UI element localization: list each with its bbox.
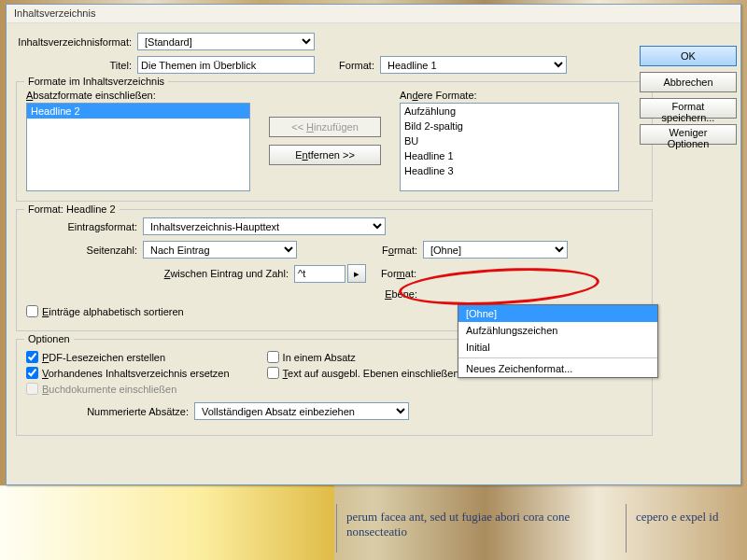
char-format-dropdown[interactable]: [Ohne] Aufzählungszeichen Initial Neues … xyxy=(458,304,658,378)
list-item[interactable]: Headline 1 xyxy=(401,148,618,163)
dropdown-option[interactable]: Initial xyxy=(458,339,657,356)
include-formats-listbox[interactable]: Headline 2 xyxy=(26,103,250,191)
remove-button[interactable]: Entfernen >> xyxy=(269,145,381,165)
charfmt-select[interactable]: [Ohne] xyxy=(423,241,568,259)
toc-format-label: Inhaltsverzeichnisformat: xyxy=(16,36,137,48)
pagenum-select[interactable]: Nach Eintrag xyxy=(143,241,297,259)
entry-format-select[interactable]: Inhaltsverzeichnis-Haupttext xyxy=(143,217,386,235)
ok-button[interactable]: OK xyxy=(640,46,737,66)
list-item[interactable]: Headline 2 xyxy=(27,104,249,119)
dropdown-option[interactable]: [Ohne] xyxy=(458,305,657,322)
list-item[interactable]: BU xyxy=(401,133,618,148)
toc-dialog: Inhaltsverzeichnis Inhaltsverzeichnisfor… xyxy=(6,4,741,485)
dropdown-separator xyxy=(458,357,657,358)
one-paragraph-label: In einem Absatz xyxy=(283,352,356,363)
charfmt-label: Format: xyxy=(297,245,423,256)
other-formats-listbox[interactable]: Aufzählung Bild 2-spaltig BU Headline 1 … xyxy=(400,103,619,191)
bookdocs-label: Buchdokumente einschließen xyxy=(42,384,176,395)
hidden-layers-checkbox[interactable] xyxy=(267,367,279,379)
pdf-bookmarks-label: PDF-Lesezeichen erstellen xyxy=(42,352,165,363)
cancel-button[interactable]: Abbrechen xyxy=(640,72,737,92)
bg-col-b: cepero e expel id xyxy=(626,504,738,553)
dropdown-option[interactable]: Aufzählungszeichen xyxy=(458,322,657,339)
between-input[interactable] xyxy=(294,265,345,283)
list-item[interactable]: Aufzählung xyxy=(401,104,618,119)
other-formats-section: Andere Formate: Aufzählung Bild 2-spalti… xyxy=(400,90,619,191)
numbered-paras-label: Nummerierte Absätze: xyxy=(26,406,194,417)
level-label: Ebene: xyxy=(26,288,423,300)
sort-alpha-label: Einträge alphabetisch sortieren xyxy=(42,306,184,317)
include-formats-section: Absatzformate einschließen: Headline 2 xyxy=(26,90,250,191)
formats-legend: Formate im Inhaltsverzeichnis xyxy=(24,76,168,87)
fewer-options-button[interactable]: Weniger Optionen xyxy=(640,124,737,145)
list-item[interactable]: Headline 3 xyxy=(401,163,618,178)
pagenum-label: Seitenzahl: xyxy=(26,245,143,256)
pdf-bookmarks-checkbox[interactable] xyxy=(26,351,38,363)
dialog-title: Inhaltsverzeichnis xyxy=(7,5,740,23)
format-select[interactable]: Headline 1 xyxy=(380,56,567,74)
background-card xyxy=(0,485,334,560)
list-item[interactable]: Bild 2-spaltig xyxy=(401,119,618,133)
bg-col-a: perum facea ant, sed ut fugiae abori cor… xyxy=(336,504,626,553)
title-label: Titel: xyxy=(16,60,137,71)
add-button: << Hinzufügen xyxy=(269,117,381,137)
include-formats-label: Absatzformate einschließen: xyxy=(26,90,250,101)
formats-fieldset: Formate im Inhaltsverzeichnis Absatzform… xyxy=(16,81,653,202)
format-label: Format: xyxy=(315,60,380,71)
options-legend: Optionen xyxy=(24,333,74,344)
toc-format-select[interactable]: [Standard] xyxy=(137,33,315,50)
sort-alpha-checkbox[interactable] xyxy=(26,305,38,317)
entry-format-label: Eintragsformat: xyxy=(26,221,143,232)
one-paragraph-checkbox[interactable] xyxy=(267,351,279,363)
dropdown-option-new[interactable]: Neues Zeichenformat... xyxy=(458,360,657,377)
charfmt2-label: Format: xyxy=(366,268,422,279)
format-headline2-legend: Format: Headline 2 xyxy=(24,203,120,215)
other-formats-label: Andere Formate: xyxy=(400,90,619,101)
save-format-button[interactable]: Format speichern... xyxy=(640,98,737,119)
bookdocs-checkbox xyxy=(26,383,38,395)
numbered-paras-select[interactable]: Vollständigen Absatz einbeziehen xyxy=(194,402,409,420)
between-flyout-button[interactable]: ▸ xyxy=(347,264,366,283)
hidden-layers-label: Text auf ausgebl. Ebenen einschließen xyxy=(283,368,459,379)
replace-toc-checkbox[interactable] xyxy=(26,367,38,379)
between-label: Zwischen Eintrag und Zahl: xyxy=(26,268,294,279)
title-input[interactable] xyxy=(137,56,315,74)
background-text: perum facea ant, sed ut fugiae abori cor… xyxy=(336,504,747,553)
replace-toc-label: Vorhandenes Inhaltsverzeichnis ersetzen xyxy=(42,368,230,379)
